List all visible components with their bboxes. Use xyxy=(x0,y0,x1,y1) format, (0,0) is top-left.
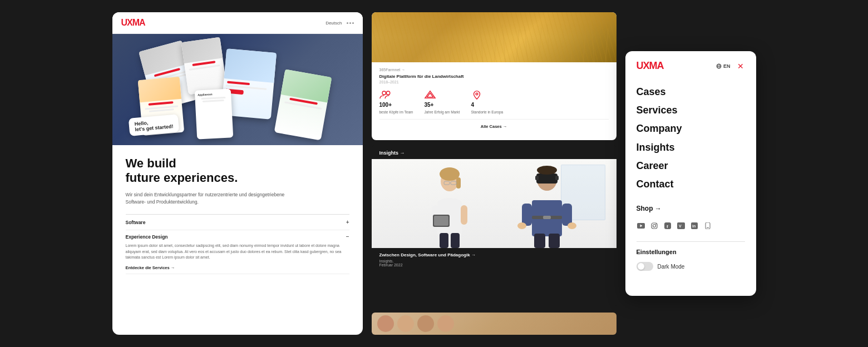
wheat-svg xyxy=(372,12,617,62)
svg-point-59 xyxy=(653,225,655,227)
svg-rect-37 xyxy=(440,233,448,248)
nav-item-company[interactable]: Company xyxy=(637,120,745,138)
svg-point-44 xyxy=(537,166,557,175)
stat-team-label: beste Köpfe im Team xyxy=(379,110,413,115)
website-nav: UXMA Deutsch xyxy=(112,12,363,34)
nav-item-contact[interactable]: Contact xyxy=(637,175,745,194)
linkedin-icon[interactable]: in xyxy=(690,221,699,230)
menu-header-right: EN ✕ xyxy=(716,62,745,71)
youtube-icon[interactable] xyxy=(637,221,645,230)
service-item-software[interactable]: Software + xyxy=(126,215,349,230)
svg-rect-38 xyxy=(451,233,460,248)
social-icons-row: f V in xyxy=(637,221,745,230)
insights-article-tag: Insights. xyxy=(379,259,609,263)
person-left-svg xyxy=(416,162,483,248)
nav-right: Deutsch xyxy=(326,21,353,26)
vr-scene xyxy=(372,159,617,248)
more-section xyxy=(372,313,617,335)
stat-years: 35+ Jahre Erfolg am Markt xyxy=(424,90,460,115)
case-title: Digitale Plattform für die Landwirtschaf… xyxy=(379,74,609,79)
all-cases-link[interactable]: Alle Cases → xyxy=(379,119,609,133)
menu-divider xyxy=(637,241,745,242)
nav-item-career[interactable]: Career xyxy=(637,157,745,175)
stat-years-number: 35+ xyxy=(424,102,433,108)
service-collapse-icon: − xyxy=(346,234,349,240)
svg-point-21 xyxy=(382,91,386,95)
svg-line-16 xyxy=(561,29,564,62)
shop-link[interactable]: Shop → xyxy=(637,202,745,215)
hero-content: We build future experiences. Wir sind de… xyxy=(112,145,363,283)
hero-image: Appliances Hello,let's get started! xyxy=(112,34,363,145)
vimeo-icon[interactable]: V xyxy=(677,221,685,230)
menu-header: UXMA EN ✕ xyxy=(637,60,745,72)
insights-label: Insights → xyxy=(379,150,405,156)
svg-line-15 xyxy=(547,24,550,62)
svg-line-10 xyxy=(494,28,497,62)
svg-rect-34 xyxy=(461,205,467,225)
settings-title: Einstellungen xyxy=(637,249,745,255)
svg-rect-43 xyxy=(555,176,559,180)
svg-rect-36 xyxy=(434,216,448,226)
svg-point-50 xyxy=(568,222,576,229)
location-icon xyxy=(471,90,483,100)
case-breadcrumb[interactable]: 365Farmnet → xyxy=(379,68,609,72)
insights-header[interactable]: Insights → xyxy=(372,145,617,159)
main-navigation: Cases Services Company Insights Career C… xyxy=(637,83,745,194)
stats-row: 100+ beste Köpfe im Team 35+ Jahre Erfol… xyxy=(379,90,609,115)
svg-text:f: f xyxy=(667,224,668,229)
case-year: 2018–2021 xyxy=(379,80,609,84)
team-icon xyxy=(379,90,392,100)
svg-text:in: in xyxy=(692,224,696,228)
person-right-svg xyxy=(511,160,583,248)
website-logo: UXMA xyxy=(121,18,145,28)
svg-point-49 xyxy=(517,222,526,229)
nav-item-insights[interactable]: Insights xyxy=(637,138,745,157)
more-image xyxy=(372,313,617,335)
menu-overlay: UXMA EN ✕ Cases Services Company Insight… xyxy=(625,51,756,296)
svg-line-7 xyxy=(458,24,461,62)
svg-line-14 xyxy=(539,28,541,62)
card-mock-2 xyxy=(181,37,227,95)
insights-article-title[interactable]: Zwischen Design, Software und Pädagogik … xyxy=(379,252,609,257)
facebook-icon[interactable]: f xyxy=(663,221,672,230)
language-button[interactable]: EN xyxy=(716,63,731,69)
svg-line-20 xyxy=(605,29,608,62)
card-mock-6: Appliances xyxy=(194,88,233,139)
case-card: 365Farmnet → Digitale Plattform für die … xyxy=(372,12,617,140)
svg-rect-67 xyxy=(706,222,710,229)
dark-mode-label: Dark Mode xyxy=(658,264,685,270)
website-logo-text: UXMA xyxy=(121,18,145,28)
card-mock-5 xyxy=(274,69,332,140)
svg-rect-48 xyxy=(562,204,572,226)
svg-line-8 xyxy=(472,29,475,62)
instagram-icon[interactable] xyxy=(650,221,659,230)
service-exp-header[interactable]: Experience Design − xyxy=(126,234,349,240)
case-content: 365Farmnet → Digitale Plattform für die … xyxy=(372,62,617,140)
svg-line-3 xyxy=(413,24,416,62)
service-expand-icon: + xyxy=(346,219,349,225)
svg-line-12 xyxy=(516,29,519,62)
dark-mode-toggle[interactable] xyxy=(637,262,653,271)
services-list: Software + Experience Design − Lorem ips… xyxy=(126,214,349,274)
phone-icon[interactable] xyxy=(703,221,712,230)
nav-item-cases[interactable]: Cases xyxy=(637,83,745,101)
svg-line-9 xyxy=(480,26,483,62)
svg-text:V: V xyxy=(679,224,682,228)
svg-line-5 xyxy=(436,26,438,62)
svg-rect-41 xyxy=(536,174,558,184)
svg-line-17 xyxy=(569,26,572,62)
left-panel: UXMA Deutsch xyxy=(112,12,363,335)
menu-close-button[interactable]: ✕ xyxy=(736,62,745,71)
stat-locations-label: Standorte in Europa xyxy=(471,110,503,115)
nav-item-services[interactable]: Services xyxy=(637,101,745,120)
service-exp-text: Lorem ipsum dolor sit amet, consectetur … xyxy=(126,243,349,261)
nav-menu-dots[interactable] xyxy=(347,22,354,24)
menu-logo: UXMA xyxy=(637,60,664,72)
svg-line-19 xyxy=(591,24,594,62)
svg-line-13 xyxy=(525,26,527,62)
svg-rect-51 xyxy=(534,234,545,248)
nav-lang: Deutsch xyxy=(326,21,342,26)
insights-footer: Zwischen Design, Software und Pädagogik … xyxy=(372,248,617,271)
svg-line-4 xyxy=(427,29,430,62)
discover-services-link[interactable]: Entdecke die Services → xyxy=(126,265,349,270)
